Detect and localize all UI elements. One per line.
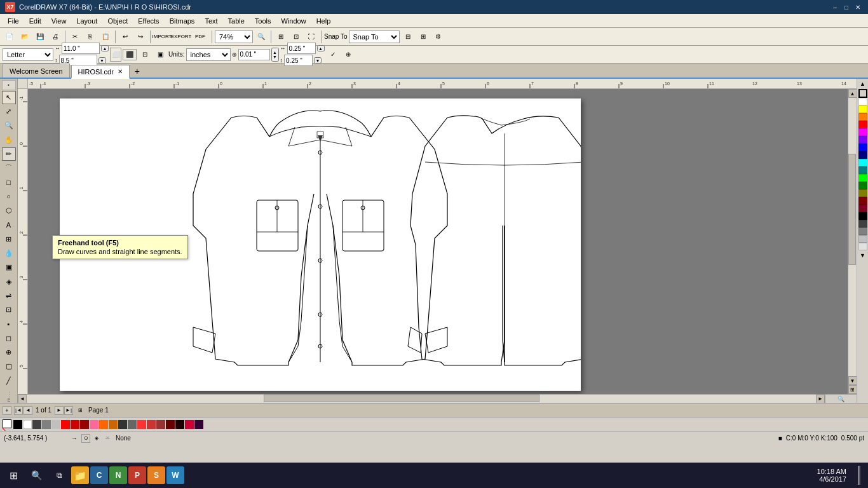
- strip-crimson[interactable]: [185, 420, 194, 429]
- save-button[interactable]: 💾: [33, 30, 47, 44]
- canvas-content[interactable]: Freehand tool (F5) Draw curves and strai…: [28, 89, 857, 394]
- strip-pink[interactable]: [90, 420, 98, 429]
- strip-white[interactable]: [23, 420, 32, 429]
- tool-connect[interactable]: ╱: [2, 374, 16, 387]
- menu-view[interactable]: View: [46, 16, 72, 26]
- portrait-btn[interactable]: ⬜: [110, 48, 121, 62]
- app4-icon[interactable]: S: [147, 466, 165, 484]
- nudge-input[interactable]: [238, 49, 270, 60]
- paste-button[interactable]: 📋: [98, 30, 112, 44]
- vscrollbar[interactable]: ▲ ▼ ⊞: [848, 89, 857, 394]
- app2-icon[interactable]: N: [109, 466, 127, 484]
- swatch-yellow[interactable]: [858, 105, 867, 113]
- file-explorer-icon[interactable]: 📁: [71, 466, 89, 484]
- hscroll-thumb[interactable]: [264, 395, 540, 402]
- current-page-btn[interactable]: ▣: [153, 48, 167, 62]
- menu-bitmaps[interactable]: Bitmaps: [165, 16, 200, 26]
- cut-button[interactable]: ✂: [68, 30, 82, 44]
- strip-orange2[interactable]: [109, 420, 118, 429]
- tab-hirosi[interactable]: HIROSI.cdr ✕: [71, 65, 130, 79]
- swatch-mgray[interactable]: [858, 227, 867, 235]
- view-toggle[interactable]: ⊟: [401, 30, 415, 44]
- units-select[interactable]: inches mm cm: [186, 48, 231, 61]
- grid-btn[interactable]: ⊞: [416, 30, 430, 44]
- swatch-blue[interactable]: [858, 144, 867, 151]
- swatch-olive[interactable]: [858, 189, 867, 197]
- options-btn[interactable]: ⚙: [431, 30, 445, 44]
- strip-black[interactable]: [13, 420, 22, 429]
- swatch-black[interactable]: [858, 212, 867, 220]
- tool-pointer[interactable]: ↖: [2, 91, 16, 104]
- navigator-btn[interactable]: ⊞: [848, 385, 857, 394]
- all-pages-btn[interactable]: ⊡: [138, 48, 152, 62]
- strip-dgray2[interactable]: [118, 420, 127, 429]
- tool-polygon[interactable]: ⬡: [2, 204, 16, 217]
- strip-gray[interactable]: [42, 420, 51, 429]
- prev-page-btn[interactable]: ◄: [24, 406, 32, 415]
- tab-add-button[interactable]: +: [131, 65, 144, 78]
- import-button[interactable]: IMPORT: [153, 30, 171, 44]
- tool-freehand-pick[interactable]: ⤢: [2, 105, 16, 118]
- snap-to-select[interactable]: Snap To: [349, 30, 400, 43]
- app5-icon[interactable]: W: [166, 466, 184, 484]
- strip-maroon[interactable]: [156, 420, 165, 429]
- publish-button[interactable]: PDF: [191, 30, 209, 44]
- menu-object[interactable]: Object: [102, 16, 133, 26]
- swatch-navy[interactable]: [858, 151, 867, 159]
- hscroll-track[interactable]: [27, 395, 816, 403]
- swatch-white[interactable]: [858, 98, 867, 105]
- swatch-cyan[interactable]: [858, 159, 867, 166]
- app3-icon[interactable]: P: [128, 466, 146, 484]
- zoom-select[interactable]: 74% 100% 50%: [215, 30, 253, 43]
- swatch-brown[interactable]: [858, 197, 867, 205]
- maximize-button[interactable]: □: [841, 2, 851, 12]
- swatch-green[interactable]: [858, 174, 867, 182]
- tool-transparency[interactable]: ◻: [2, 332, 16, 345]
- full-screen-btn[interactable]: ⛶: [304, 30, 318, 44]
- tool-table[interactable]: ⊞: [2, 232, 16, 245]
- close-button[interactable]: ✕: [853, 2, 863, 12]
- swatch-silver[interactable]: [858, 243, 867, 250]
- scroll-right-btn[interactable]: ►: [816, 395, 825, 403]
- page-width-input[interactable]: [62, 43, 100, 54]
- tool-ellipse[interactable]: ○: [2, 190, 16, 203]
- menu-tools[interactable]: Tools: [250, 16, 276, 26]
- swatch-magenta[interactable]: [858, 128, 867, 136]
- show-desktop-btn[interactable]: [853, 464, 865, 486]
- scroll-thumb[interactable]: [848, 154, 856, 265]
- menu-window[interactable]: Window: [276, 16, 311, 26]
- no-fill-swatch[interactable]: [858, 89, 867, 98]
- v-gutter-input[interactable]: [284, 55, 313, 66]
- menu-edit[interactable]: Edit: [24, 16, 46, 26]
- last-page-btn[interactable]: ►|: [64, 406, 73, 415]
- export-button[interactable]: EXPORT: [172, 30, 190, 44]
- print-button[interactable]: 🖨: [48, 30, 62, 44]
- undo-button[interactable]: ↩: [118, 30, 132, 44]
- tool-outline[interactable]: ▢: [2, 360, 16, 373]
- page-options-btn[interactable]: ⊞: [76, 406, 85, 415]
- tool-shadow[interactable]: ▪: [2, 317, 16, 330]
- zoom-in-btn[interactable]: 🔍: [254, 30, 268, 44]
- zoom-fit-btn[interactable]: 🔍: [825, 395, 857, 403]
- menu-help[interactable]: Help: [311, 16, 336, 26]
- strip-red2[interactable]: [71, 420, 79, 429]
- apply-btn[interactable]: ✓: [326, 48, 340, 62]
- swatch-purple[interactable]: [858, 136, 867, 144]
- tool-zoom[interactable]: 🔍: [2, 119, 16, 132]
- tool-smart[interactable]: ⌒: [2, 161, 16, 175]
- swatch-lgray[interactable]: [858, 235, 867, 243]
- tool-text[interactable]: A: [2, 218, 16, 231]
- swatch-maroon[interactable]: [858, 205, 867, 212]
- scroll-track[interactable]: [848, 98, 857, 376]
- tool-fill[interactable]: ▣: [2, 261, 16, 274]
- canvas-area[interactable]: -5 -4 -3 -2 -1 0 1 2 3: [18, 79, 857, 403]
- first-page-btn[interactable]: |◄: [14, 406, 23, 415]
- tool-rectangle[interactable]: □: [2, 175, 16, 189]
- tool-blend[interactable]: ⇌: [2, 289, 16, 302]
- next-page-btn[interactable]: ►: [55, 406, 64, 415]
- vg-down[interactable]: ▼: [314, 57, 322, 64]
- menu-file[interactable]: File: [3, 16, 24, 26]
- strip-red3[interactable]: [80, 420, 89, 429]
- tool-envelope[interactable]: ⊡: [2, 303, 16, 316]
- strip-darkred[interactable]: [166, 420, 175, 429]
